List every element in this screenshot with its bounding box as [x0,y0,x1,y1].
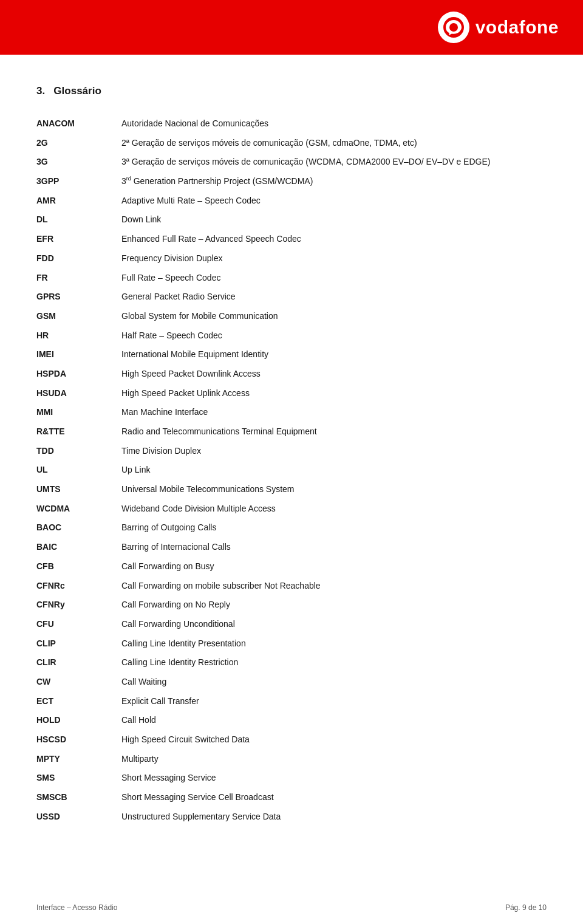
glossary-definition: Short Messaging Service Cell Broadcast [121,788,547,807]
glossary-definition: Unstructured Supplementary Service Data [121,807,547,827]
footer-right: Pág. 9 de 10 [505,903,547,912]
glossary-definition: Universal Mobile Telecommunications Syst… [121,480,547,499]
glossary-abbr: CLIP [36,634,121,654]
glossary-abbr: 3G [36,152,121,172]
glossary-definition: Adaptive Multi Rate – Speech Codec [121,191,547,211]
brand-name: vodafone [476,17,559,38]
glossary-abbr: MPTY [36,750,121,769]
glossary-abbr: HR [36,326,121,346]
glossary-row: ANACOMAutoridade Nacional de Comunicaçõe… [36,114,547,134]
glossary-row: HSPDAHigh Speed Packet Downlink Access [36,364,547,384]
glossary-abbr: FDD [36,249,121,269]
glossary-row: DLDown Link [36,210,547,230]
main-content: 3. Glossário ANACOMAutoridade Nacional d… [0,55,583,875]
glossary-abbr: UMTS [36,480,121,499]
glossary-abbr: CFNRc [36,577,121,596]
glossary-row: TDDTime Division Duplex [36,442,547,461]
glossary-row: SMSCBShort Messaging Service Cell Broadc… [36,788,547,807]
glossary-abbr: CLIR [36,653,121,672]
glossary-definition: General Packet Radio Service [121,287,547,307]
glossary-definition: 3rd Generation Partnership Project (GSM/… [121,172,547,191]
glossary-row: AMRAdaptive Multi Rate – Speech Codec [36,191,547,211]
glossary-definition: Explicit Call Transfer [121,692,547,711]
glossary-definition: Up Link [121,460,547,480]
glossary-abbr: HOLD [36,711,121,730]
glossary-definition: Enhanced Full Rate – Advanced Speech Cod… [121,230,547,249]
glossary-definition: Man Machine Interface [121,403,547,422]
glossary-row: CLIRCalling Line Identity Restriction [36,653,547,672]
glossary-abbr: DL [36,210,121,230]
glossary-row: 3G3ª Geração de serviços móveis de comun… [36,152,547,172]
glossary-row: HRHalf Rate – Speech Codec [36,326,547,346]
glossary-table: ANACOMAutoridade Nacional de Comunicaçõe… [36,114,547,826]
glossary-row: HSCSDHigh Speed Circuit Switched Data [36,730,547,750]
glossary-definition: Barring of Outgoing Calls [121,518,547,538]
glossary-definition: International Mobile Equipment Identity [121,345,547,364]
glossary-definition: Radio and Telecommunications Terminal Eq… [121,422,547,442]
glossary-abbr: IMEI [36,345,121,364]
glossary-definition: Call Forwarding on No Reply [121,595,547,615]
glossary-abbr: USSD [36,807,121,827]
glossary-row: HOLDCall Hold [36,711,547,730]
glossary-abbr: ANACOM [36,114,121,134]
glossary-abbr: WCDMA [36,499,121,519]
glossary-row: CFNRyCall Forwarding on No Reply [36,595,547,615]
glossary-row: FDDFrequency Division Duplex [36,249,547,269]
glossary-abbr: CW [36,672,121,692]
glossary-definition: Call Forwarding Unconditional [121,615,547,634]
glossary-row: 2G2ª Geração de serviços móveis de comun… [36,134,547,153]
glossary-row: WCDMAWideband Code Division Multiple Acc… [36,499,547,519]
glossary-definition: 2ª Geração de serviços móveis de comunic… [121,134,547,153]
glossary-abbr: UL [36,460,121,480]
glossary-definition: Full Rate – Speech Codec [121,269,547,288]
glossary-definition: Barring of Internacional Calls [121,538,547,557]
glossary-row: R&TTERadio and Telecommunications Termin… [36,422,547,442]
glossary-row: FRFull Rate – Speech Codec [36,269,547,288]
glossary-definition: Calling Line Identity Restriction [121,653,547,672]
section-number: 3. [36,85,45,97]
glossary-row: BAOCBarring of Outgoing Calls [36,518,547,538]
glossary-row: CLIPCalling Line Identity Presentation [36,634,547,654]
glossary-definition: High Speed Packet Downlink Access [121,364,547,384]
glossary-row: BAICBarring of Internacional Calls [36,538,547,557]
vodafone-icon [438,12,469,43]
glossary-abbr: GSM [36,307,121,326]
glossary-abbr: R&TTE [36,422,121,442]
glossary-row: GSMGlobal System for Mobile Communicatio… [36,307,547,326]
glossary-definition: Half Rate – Speech Codec [121,326,547,346]
vodafone-svg-icon [443,16,465,38]
glossary-definition: Call Hold [121,711,547,730]
glossary-definition: Time Division Duplex [121,442,547,461]
glossary-abbr: ECT [36,692,121,711]
glossary-row: CFUCall Forwarding Unconditional [36,615,547,634]
glossary-definition: Wideband Code Division Multiple Access [121,499,547,519]
glossary-row: ULUp Link [36,460,547,480]
glossary-row: CWCall Waiting [36,672,547,692]
section-title-text: Glossário [53,85,101,97]
glossary-row: UMTSUniversal Mobile Telecommunications … [36,480,547,499]
glossary-abbr: CFU [36,615,121,634]
glossary-row: MPTYMultiparty [36,750,547,769]
page-header: vodafone [0,0,583,55]
glossary-row: GPRSGeneral Packet Radio Service [36,287,547,307]
glossary-row: ECTExplicit Call Transfer [36,692,547,711]
glossary-definition: Call Forwarding on Busy [121,557,547,577]
glossary-definition: Global System for Mobile Communication [121,307,547,326]
glossary-abbr: 3GPP [36,172,121,191]
glossary-row: EFREnhanced Full Rate – Advanced Speech … [36,230,547,249]
footer-left: Interface – Acesso Rádio [36,903,117,912]
glossary-definition: High Speed Packet Uplink Access [121,384,547,403]
glossary-row: SMSShort Messaging Service [36,768,547,788]
glossary-definition: Down Link [121,210,547,230]
glossary-definition: Short Messaging Service [121,768,547,788]
glossary-definition: Call Forwarding on mobile subscriber Not… [121,577,547,596]
glossary-row: CFNRcCall Forwarding on mobile subscribe… [36,577,547,596]
vodafone-logo: vodafone [438,12,559,43]
glossary-abbr: HSUDA [36,384,121,403]
glossary-abbr: MMI [36,403,121,422]
glossary-row: HSUDAHigh Speed Packet Uplink Access [36,384,547,403]
glossary-abbr: SMS [36,768,121,788]
glossary-abbr: TDD [36,442,121,461]
glossary-row: 3GPP3rd Generation Partnership Project (… [36,172,547,191]
glossary-definition: Calling Line Identity Presentation [121,634,547,654]
